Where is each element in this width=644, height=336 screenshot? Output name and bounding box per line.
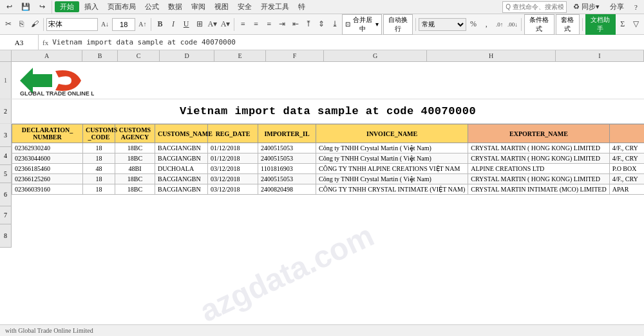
cell-reference[interactable]: A3 xyxy=(0,35,39,50)
help-btn[interactable]: ? xyxy=(630,3,641,11)
sum-icon[interactable]: Σ xyxy=(617,18,629,31)
tab-special[interactable]: 特 xyxy=(294,2,309,12)
menu-icon-redo[interactable]: ↪ xyxy=(35,3,49,11)
toolbar-row1: ✂ ⎘ 🖌 A↓ A↑ B I U ⊞ A▾ A▾ ≡ ≡ ≡ ⇥ ⇤ ⤒ ⇕ … xyxy=(0,14,644,35)
font-size-input[interactable] xyxy=(112,18,135,31)
font-size-decrease-icon[interactable]: A↓ xyxy=(99,18,111,31)
td-extra-3: P.O BOX xyxy=(609,164,644,174)
col-header-e[interactable]: E xyxy=(214,50,266,61)
italic-icon[interactable]: I xyxy=(167,18,179,31)
font-size-increase-icon[interactable]: A↑ xyxy=(137,18,148,31)
td-agency-3: 48BI xyxy=(115,164,155,174)
td-extra-5: APAR xyxy=(609,184,644,195)
indent-less-icon[interactable]: ⇤ xyxy=(289,18,301,31)
align-bottom-icon[interactable]: ⤓ xyxy=(328,18,340,31)
filter-icon[interactable]: ▽ xyxy=(630,18,641,31)
td-decl-3: 02366185460 xyxy=(12,164,83,174)
table-row: 02366125260 18 18BC BACGIANGBN 03/12/201… xyxy=(12,174,645,184)
td-decl-2: 02363044600 xyxy=(12,153,83,164)
column-headers: A B C D E F G H I xyxy=(0,50,644,62)
col-header-f[interactable]: F xyxy=(266,50,324,61)
tab-formula[interactable]: 公式 xyxy=(141,2,163,12)
tab-security[interactable]: 安全 xyxy=(234,2,256,12)
row-num-4: 4 xyxy=(0,147,11,165)
formula-bar: A3 fx Vietnam import data sample at code… xyxy=(0,35,644,50)
td-decl-1: 02362930240 xyxy=(12,143,83,153)
tab-view[interactable]: 视图 xyxy=(211,2,232,12)
td-agency-5: 18BC xyxy=(115,184,155,195)
tab-data[interactable]: 数据 xyxy=(164,2,186,12)
td-invoice-5: CÔNG TY TNHH CRYSTAL INTIMATE (VIỆT NAM) xyxy=(316,184,468,195)
number-format-select[interactable]: 常规 xyxy=(419,18,466,31)
col-header-a[interactable]: A xyxy=(12,50,82,61)
col-header-i[interactable]: I xyxy=(556,50,644,61)
percent-icon[interactable]: % xyxy=(468,18,479,31)
doc-assist-button[interactable]: 文档助手 xyxy=(585,14,616,35)
td-exporter-4: CRYSTAL MARTIN ( HONG KONG) LIMITED xyxy=(468,174,609,184)
th-reg-date: REG_DATE xyxy=(208,124,258,143)
format-paint-icon[interactable]: 🖌 xyxy=(29,18,41,31)
td-decl-5: 02366039160 xyxy=(12,184,83,195)
th-declaration: DECLARATION_NUMBER xyxy=(12,124,83,143)
logo-row: 1 GLOBAL TRADE ONLINE LIMITED xyxy=(0,62,644,99)
share-btn[interactable]: 分享 xyxy=(606,2,628,12)
row-num-6: 6 xyxy=(0,183,11,206)
td-invoice-1: Công ty TNHH Crystal Martin ( Việt Nam) xyxy=(316,143,468,153)
sheet-title: Vietnam import data sample at code 40070… xyxy=(12,99,644,123)
col-header-b[interactable]: B xyxy=(82,50,118,61)
tab-kaishi[interactable]: 开始 xyxy=(55,1,79,12)
td-code-5: 18 xyxy=(83,184,115,195)
td-importer-4: 2400515053 xyxy=(258,174,316,184)
search-input[interactable] xyxy=(502,1,567,13)
conditional-format-button[interactable]: 条件格式 xyxy=(524,14,554,35)
row-num-3: 3 xyxy=(0,124,11,147)
tab-review[interactable]: 审阅 xyxy=(187,2,209,12)
tab-pagelayout[interactable]: 页面布局 xyxy=(104,2,140,12)
table-header-row: DECLARATION_NUMBER CUSTOMS_CODE CUSTOMSA… xyxy=(12,124,645,143)
underline-icon[interactable]: U xyxy=(180,18,192,31)
col-header-g[interactable]: G xyxy=(324,50,427,61)
align-right-icon[interactable]: ≡ xyxy=(263,18,275,31)
dec-less-icon[interactable]: .00↓ xyxy=(507,18,518,31)
td-date-3: 03/12/2018 xyxy=(208,164,258,174)
table-format-button[interactable]: 套格式 xyxy=(556,14,580,35)
align-left-icon[interactable]: ≡ xyxy=(237,18,249,31)
copy-icon[interactable]: ⎘ xyxy=(15,18,27,31)
wrap-label: 自动换行 xyxy=(386,15,410,34)
font-name-input[interactable] xyxy=(46,18,98,31)
menu-icon-undo[interactable]: ↩ xyxy=(3,3,16,11)
merge-center-button[interactable]: ⊡ 合并居中▾ xyxy=(342,14,382,35)
cut-icon[interactable]: ✂ xyxy=(3,18,14,31)
col-header-rownum xyxy=(0,50,12,61)
col-header-c[interactable]: C xyxy=(118,50,160,61)
td-exporter-5: CRYSTAL MARTIN INTIMATE (MCO) LIMITED xyxy=(468,184,609,195)
formula-content[interactable]: Vietnam import data sample at code 40070… xyxy=(52,38,236,46)
align-middle-icon[interactable]: ⇕ xyxy=(316,18,327,31)
svg-marker-0 xyxy=(20,68,52,94)
font-color-icon[interactable]: A▾ xyxy=(220,18,231,31)
border-icon[interactable]: ⊞ xyxy=(193,18,205,31)
td-name-5: BACGIANGBN xyxy=(155,184,208,195)
sync-btn[interactable]: ♻ 同步▾ xyxy=(569,2,603,12)
dec-more-icon[interactable]: .0↑ xyxy=(493,18,505,31)
td-name-3: DUCHOALA xyxy=(155,164,208,174)
wrap-text-button[interactable]: 自动换行 xyxy=(383,14,413,35)
comma-icon[interactable]: , xyxy=(480,18,492,31)
table-row: 02366185460 48 48BI DUCHOALA 03/12/2018 … xyxy=(12,164,645,174)
align-top-icon[interactable]: ⤒ xyxy=(303,18,314,31)
fill-color-icon[interactable]: A▾ xyxy=(207,18,218,31)
menu-icon-save[interactable]: 💾 xyxy=(17,3,34,11)
tab-insert[interactable]: 插入 xyxy=(80,2,102,12)
td-date-2: 01/12/2018 xyxy=(208,153,258,164)
align-center-icon[interactable]: ≡ xyxy=(251,18,262,31)
td-invoice-3: CÔNG TY TNHH ALPINE CREATIONS VIỆT NAM xyxy=(316,164,468,174)
indent-more-icon[interactable]: ⇥ xyxy=(276,18,288,31)
tab-devtools[interactable]: 开发工具 xyxy=(257,2,293,12)
td-name-4: BACGIANGBN xyxy=(155,174,208,184)
bold-icon[interactable]: B xyxy=(154,18,166,31)
td-code-2: 18 xyxy=(83,153,115,164)
col-header-h[interactable]: H xyxy=(427,50,556,61)
col-header-d[interactable]: D xyxy=(160,50,214,61)
td-invoice-2: Công ty TNHH Crystal Martin ( Việt Nam) xyxy=(316,153,468,164)
table-wrapper: DECLARATION_NUMBER CUSTOMS_CODE CUSTOMSA… xyxy=(12,124,644,248)
